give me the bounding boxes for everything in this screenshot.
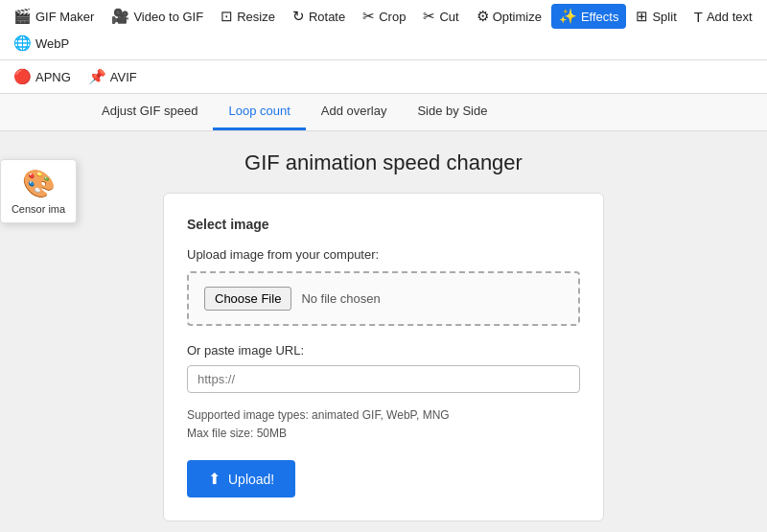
censor-label: Censor ima <box>12 203 65 215</box>
video-to-gif-icon: 🎥 <box>111 8 129 25</box>
nav-add-text[interactable]: T Add text <box>686 5 760 29</box>
nav-cut[interactable]: ✂ Cut <box>415 4 466 29</box>
url-input[interactable] <box>187 365 580 393</box>
nav-crop[interactable]: ✂ Crop <box>355 4 413 29</box>
avif-icon: 📌 <box>88 68 106 85</box>
nav-resize[interactable]: ⊡ Resize <box>213 4 283 29</box>
tab-side-by-side[interactable]: Side by Side <box>402 94 502 130</box>
main-content: GIF animation speed changer Select image… <box>0 131 767 532</box>
nav-webp[interactable]: 🌐 WebP <box>6 31 77 56</box>
upload-label: Upload image from your computer: <box>187 247 580 262</box>
supported-types-text: Supported image types: animated GIF, Web… <box>187 406 580 443</box>
censor-popup: 🎨 Censor ima <box>0 159 77 223</box>
split-icon: ⊞ <box>636 8 648 25</box>
top-nav: 🎬 GIF Maker 🎥 Video to GIF ⊡ Resize ↻ Ro… <box>0 0 767 60</box>
crop-icon: ✂ <box>362 8 375 25</box>
tabs-row: Adjust GIF speed Loop count Add overlay … <box>0 94 767 131</box>
page-title: GIF animation speed changer <box>244 150 523 175</box>
nav-video-to-gif[interactable]: 🎥 Video to GIF <box>104 4 211 29</box>
effects-icon: ✨ <box>559 8 577 25</box>
tab-loop-count[interactable]: Loop count <box>213 94 305 130</box>
rotate-icon: ↻ <box>292 8 305 25</box>
optimize-icon: ⚙ <box>476 8 489 25</box>
add-text-icon: T <box>694 9 703 25</box>
second-nav: 🔴 APNG 📌 AVIF <box>0 60 767 94</box>
tab-adjust-gif-speed[interactable]: Adjust GIF speed <box>86 94 213 130</box>
nav-gif-maker[interactable]: 🎬 GIF Maker <box>6 4 102 29</box>
nav-apng[interactable]: 🔴 APNG <box>6 64 79 89</box>
nav-rotate[interactable]: ↻ Rotate <box>285 4 353 29</box>
upload-dropzone: Choose File No file chosen <box>187 271 580 326</box>
no-file-text: No file chosen <box>301 291 380 306</box>
gif-maker-icon: 🎬 <box>13 8 32 25</box>
section-title: Select image <box>187 217 580 232</box>
nav-effects[interactable]: ✨ Effects <box>551 4 627 29</box>
apng-icon: 🔴 <box>13 68 32 85</box>
resize-icon: ⊡ <box>221 8 233 25</box>
nav-avif[interactable]: 📌 AVIF <box>81 64 145 89</box>
choose-file-button[interactable]: Choose File <box>204 287 291 311</box>
upload-card: Select image Upload image from your comp… <box>163 193 604 521</box>
nav-optimize[interactable]: ⚙ Optimize <box>469 4 549 29</box>
nav-split[interactable]: ⊞ Split <box>628 4 684 29</box>
cut-icon: ✂ <box>423 8 435 25</box>
upload-button[interactable]: ⬆ Upload! <box>187 460 295 497</box>
censor-tool-icon: 🎨 <box>22 168 56 199</box>
webp-icon: 🌐 <box>13 35 32 52</box>
upload-icon: ⬆ <box>208 470 221 488</box>
tab-add-overlay[interactable]: Add overlay <box>306 94 403 130</box>
paste-url-label: Or paste image URL: <box>187 343 580 358</box>
